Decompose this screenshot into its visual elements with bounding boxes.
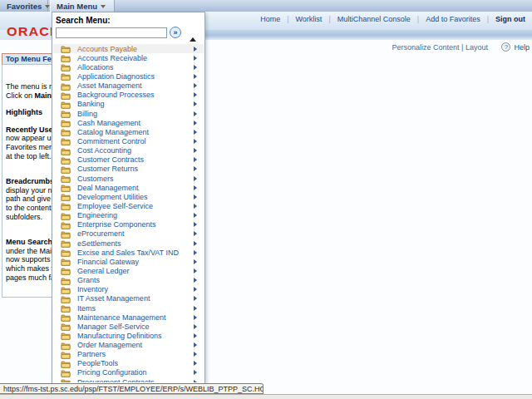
folder-icon xyxy=(61,239,71,248)
menu-item[interactable]: Manufacturing Definitions xyxy=(53,331,204,340)
chevron-right-icon xyxy=(194,268,197,273)
menu-item-label: Billing xyxy=(77,110,194,118)
menu-item-label: IT Asset Management xyxy=(77,294,194,303)
chevron-right-icon xyxy=(194,195,197,200)
chevron-right-icon xyxy=(194,231,197,236)
menu-item[interactable]: IT Asset Management xyxy=(53,294,204,303)
menu-item[interactable]: Pricing Configuration xyxy=(53,368,204,377)
menu-item[interactable]: Manager Self-Service xyxy=(53,322,204,331)
menu-item[interactable]: Maintenance Management xyxy=(53,313,204,322)
menu-item[interactable]: Billing xyxy=(53,109,204,118)
menu-item[interactable]: PeopleTools xyxy=(53,359,204,368)
header-link[interactable]: Worklist xyxy=(280,15,322,23)
favorites-label: Favorites xyxy=(7,2,42,11)
folder-icon xyxy=(61,175,71,183)
menu-item[interactable]: Deal Management xyxy=(53,183,204,192)
folder-icon xyxy=(61,249,71,257)
folder-icon xyxy=(61,277,71,285)
folder-icon xyxy=(61,369,71,377)
folder-icon xyxy=(61,82,71,91)
chevron-right-icon xyxy=(194,148,197,153)
menu-item[interactable]: Accounts Payable xyxy=(53,44,204,53)
menu-item[interactable]: Employee Self-Service xyxy=(53,201,204,210)
menu-item[interactable]: Allocations xyxy=(53,62,204,71)
menu-item[interactable]: Customer Contracts xyxy=(53,155,204,165)
help-link[interactable]: ? Help xyxy=(501,42,530,52)
menu-item[interactable]: Financial Gateway xyxy=(53,257,204,266)
menu-item[interactable]: Order Management xyxy=(53,341,204,350)
menu-item-label: eProcurement xyxy=(77,229,194,238)
menu-item[interactable]: Customer Returns xyxy=(53,165,204,174)
chevron-right-icon xyxy=(194,287,197,292)
menu-item-label: Catalog Management xyxy=(77,128,194,136)
menu-search-input[interactable] xyxy=(56,27,167,38)
menu-item-label: Development Utilities xyxy=(77,193,194,201)
chevron-right-icon xyxy=(194,296,197,301)
folder-icon xyxy=(61,184,71,192)
chevron-right-icon xyxy=(194,83,197,88)
menu-item[interactable]: Enterprise Components xyxy=(53,220,204,229)
menu-item[interactable]: Development Utilities xyxy=(53,192,204,201)
menu-item[interactable]: eProcurement xyxy=(53,229,204,239)
menu-item-label: Cost Accounting xyxy=(77,146,194,155)
menu-item[interactable]: Commitment Control xyxy=(53,136,204,145)
menu-item-label: Manager Self-Service xyxy=(77,323,194,331)
menu-item[interactable]: Items xyxy=(53,303,204,313)
double-chevron-icon: » xyxy=(173,28,177,37)
menu-item[interactable]: Grants xyxy=(53,276,204,285)
menu-item[interactable]: Banking xyxy=(53,100,204,109)
menu-item-label: Customer Contracts xyxy=(77,155,194,164)
status-bar-url: https://fms-tst.ps.sc.edu/psp/FTST/EMPLO… xyxy=(0,383,264,394)
menu-item-label: Grants xyxy=(77,276,194,284)
header-link[interactable]: MultiChannel Console xyxy=(322,15,410,23)
folder-icon xyxy=(61,193,71,201)
folder-icon xyxy=(61,45,71,53)
menu-item[interactable]: Customers xyxy=(53,174,204,183)
menu-item[interactable]: General Ledger xyxy=(53,266,204,275)
personalize-content-link[interactable]: Personalize Content xyxy=(392,43,460,52)
menu-item[interactable]: eSettlements xyxy=(53,239,204,248)
chevron-right-icon xyxy=(194,111,197,116)
folder-icon xyxy=(61,258,71,266)
menu-item[interactable]: Asset Management xyxy=(53,81,204,91)
menu-item-label: Procurement Contracts xyxy=(77,378,194,382)
chevron-right-icon xyxy=(194,380,197,382)
folder-icon xyxy=(61,351,71,359)
header-link[interactable]: Home xyxy=(260,15,280,23)
header-link[interactable]: Sign out xyxy=(480,15,525,23)
menu-item[interactable]: Engineering xyxy=(53,211,204,220)
menu-item[interactable]: Cost Accounting xyxy=(53,146,204,155)
menu-item-label: eSettlements xyxy=(77,239,194,248)
menu-item[interactable]: Catalog Management xyxy=(53,127,204,136)
chevron-right-icon xyxy=(194,157,197,162)
menu-item[interactable]: Partners xyxy=(53,350,204,359)
layout-link[interactable]: Layout xyxy=(466,43,488,52)
menu-item[interactable]: Procurement Contracts xyxy=(53,377,204,382)
menu-item[interactable]: Inventory xyxy=(53,285,204,294)
bottom-strip xyxy=(0,394,532,399)
menu-item-label: Pricing Configuration xyxy=(77,368,194,377)
search-submit-button[interactable]: » xyxy=(170,27,181,38)
chevron-down-icon xyxy=(101,5,106,8)
menu-item[interactable]: Application Diagnostics xyxy=(53,71,204,81)
menu-item-label: Commitment Control xyxy=(77,137,194,145)
menu-item-label: PeopleTools xyxy=(77,359,194,367)
main-menu-tab[interactable]: Main Menu xyxy=(50,0,115,12)
menu-item-label: Cash Management xyxy=(77,119,194,127)
chevron-right-icon xyxy=(194,370,197,375)
menu-item[interactable]: Cash Management xyxy=(53,118,204,127)
help-question-icon: ? xyxy=(501,42,510,52)
folder-icon xyxy=(61,128,71,136)
folder-icon xyxy=(61,221,71,229)
folder-icon xyxy=(61,91,71,100)
menu-item[interactable]: Background Processes xyxy=(53,91,204,100)
folder-icon xyxy=(61,212,71,220)
header-link[interactable]: Add to Favorites xyxy=(411,15,480,23)
chevron-right-icon xyxy=(194,306,197,311)
menu-item[interactable]: Accounts Receivable xyxy=(53,53,204,62)
menu-item-label: Customers xyxy=(77,175,194,183)
scroll-up-icon[interactable] xyxy=(190,37,196,42)
menu-item[interactable]: Excise and Sales Tax/VAT IND xyxy=(53,248,204,257)
menu-item-label: General Ledger xyxy=(77,267,194,275)
favorites-menu-tab[interactable]: Favorites xyxy=(0,0,48,12)
